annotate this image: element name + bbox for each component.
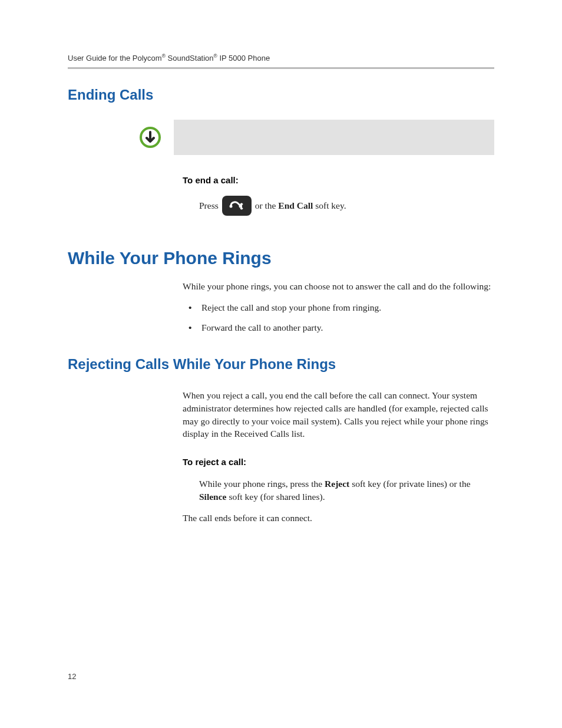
- press-suffix: or the End Call soft key.: [255, 200, 346, 211]
- list-item: Forward the call to another party.: [189, 321, 494, 334]
- ending-calls-steps: To end a call: Press or the End Call sof…: [183, 175, 494, 216]
- heading-while-phone-rings: While Your Phone Rings: [68, 248, 494, 268]
- list-item: Reject the call and stop your phone from…: [189, 301, 494, 314]
- svg-point-1: [229, 205, 232, 208]
- hangup-button-icon: [222, 196, 252, 216]
- reject-step-text: While your phone rings, press the Reject…: [199, 477, 494, 503]
- tip-arrow-icon: [138, 126, 162, 149]
- press-instruction: Press or the End Call soft key.: [199, 196, 494, 216]
- press-prefix: Press: [199, 200, 219, 211]
- running-header: User Guide for the Polycom® SoundStation…: [68, 53, 494, 62]
- while-rings-body: While your phone rings, you can choose n…: [183, 280, 494, 334]
- step-heading-reject-call: To reject a call:: [183, 457, 494, 467]
- step-heading-end-call: To end a call:: [183, 175, 494, 185]
- header-rule: [68, 67, 494, 69]
- tip-content-box: [174, 120, 494, 155]
- rejecting-paragraph: When you reject a call, you end the call…: [183, 389, 494, 440]
- heading-rejecting-calls: Rejecting Calls While Your Phone Rings: [68, 356, 494, 373]
- reject-closing: The call ends before it can connect.: [183, 512, 494, 525]
- page-number: 12: [68, 672, 76, 681]
- heading-ending-calls: Ending Calls: [68, 87, 494, 103]
- tip-callout: [138, 120, 494, 155]
- while-rings-bullets: Reject the call and stop your phone from…: [189, 301, 494, 334]
- while-rings-intro: While your phone rings, you can choose n…: [183, 280, 494, 293]
- rejecting-body: When you reject a call, you end the call…: [183, 389, 494, 524]
- document-page: User Guide for the Polycom® SoundStation…: [0, 0, 562, 728]
